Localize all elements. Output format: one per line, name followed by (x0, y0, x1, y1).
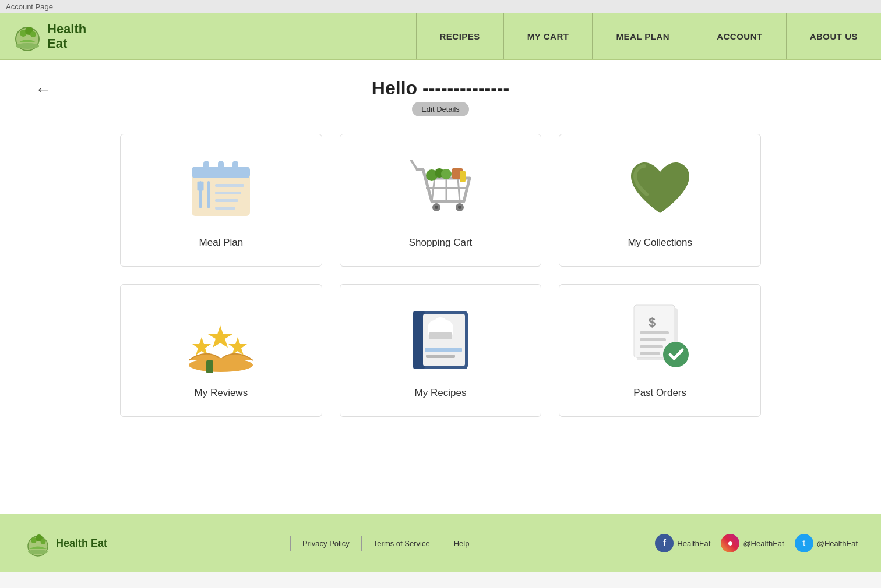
main-nav: RECIPES MY CART MEAL PLAN ACCOUNT ABOUT … (117, 13, 881, 59)
footer-twitter[interactable]: t @HealthEat (795, 534, 858, 552)
title-bar-text: Account Page (6, 2, 53, 11)
my-reviews-icon (183, 302, 259, 378)
card-past-orders-label: Past Orders (633, 387, 686, 399)
title-bar: Account Page (0, 0, 881, 13)
logo-icon (12, 20, 44, 52)
svg-rect-51 (640, 338, 666, 341)
svg-rect-9 (192, 167, 250, 178)
card-my-reviews[interactable]: My Reviews (120, 284, 322, 417)
shopping-cart-icon (403, 152, 478, 228)
card-shopping-cart-label: Shopping Cart (409, 237, 473, 249)
back-button[interactable]: ← (35, 80, 51, 99)
svg-rect-11 (215, 192, 241, 194)
main-content: ← Hello -------------- Edit Details (0, 60, 881, 514)
card-past-orders[interactable]: $ Past Orders (559, 284, 761, 417)
greeting-section: Hello -------------- Edit Details (35, 77, 846, 116)
twitter-icon: t (795, 534, 813, 552)
svg-marker-32 (192, 337, 211, 355)
footer-terms-link[interactable]: Terms of Service (362, 536, 442, 551)
card-meal-plan[interactable]: Meal Plan (120, 134, 322, 267)
nav-meal-plan[interactable]: MEAL PLAN (592, 13, 693, 59)
logo-area: Health Eat (0, 20, 117, 52)
edit-details-button[interactable]: Edit Details (412, 102, 469, 116)
nav-my-cart[interactable]: MY CART (503, 13, 593, 59)
svg-rect-10 (215, 184, 244, 187)
svg-marker-33 (228, 337, 247, 355)
svg-rect-13 (215, 207, 235, 210)
nav-recipes[interactable]: RECIPES (416, 13, 503, 59)
card-meal-plan-label: Meal Plan (199, 237, 244, 249)
svg-line-21 (458, 178, 460, 201)
card-my-collections-label: My Collections (628, 237, 692, 249)
svg-point-29 (435, 206, 438, 209)
card-shopping-cart[interactable]: Shopping Cart (340, 134, 542, 267)
svg-point-31 (458, 206, 461, 209)
svg-point-35 (189, 358, 253, 372)
footer-instagram[interactable]: ● @HealthEat (721, 534, 784, 552)
my-collections-icon (622, 152, 698, 228)
svg-line-18 (411, 161, 417, 169)
svg-point-4 (30, 31, 36, 37)
footer: Health Eat Privacy Policy Terms of Servi… (0, 514, 881, 572)
card-my-reviews-label: My Reviews (195, 387, 248, 399)
svg-point-25 (441, 169, 452, 179)
my-recipes-icon (403, 302, 478, 378)
cards-grid: Meal Plan (120, 134, 761, 417)
footer-links: Privacy Policy Terms of Service Help (128, 536, 643, 551)
svg-point-1 (16, 43, 39, 49)
header: Health Eat RECIPES MY CART MEAL PLAN ACC… (0, 13, 881, 60)
footer-facebook[interactable]: f HealthEat (655, 534, 710, 552)
svg-rect-46 (426, 355, 455, 358)
footer-logo-text: Health Eat (56, 537, 107, 550)
footer-help-link[interactable]: Help (442, 536, 482, 551)
card-my-recipes[interactable]: My Recipes (340, 284, 542, 417)
svg-rect-50 (640, 331, 669, 334)
footer-logo-icon (23, 529, 52, 558)
svg-point-54 (663, 342, 689, 367)
svg-rect-44 (429, 332, 452, 339)
meal-plan-icon (183, 152, 259, 228)
nav-about-us[interactable]: ABOUT US (786, 13, 881, 59)
logo-text: Health Eat (47, 22, 86, 50)
footer-socials: f HealthEat ● @HealthEat t @HealthEat (655, 534, 858, 552)
svg-rect-27 (460, 171, 466, 182)
svg-text:$: $ (649, 315, 656, 330)
svg-point-59 (41, 539, 46, 544)
svg-rect-53 (640, 352, 660, 355)
card-my-recipes-label: My Recipes (415, 387, 467, 399)
twitter-handle: @HealthEat (817, 539, 858, 548)
svg-rect-45 (425, 348, 462, 352)
svg-rect-52 (640, 345, 663, 348)
nav-account[interactable]: ACCOUNT (693, 13, 786, 59)
facebook-icon: f (655, 534, 674, 552)
facebook-handle: HealthEat (677, 539, 710, 548)
instagram-icon: ● (721, 534, 739, 552)
svg-point-56 (28, 550, 48, 554)
card-my-collections[interactable]: My Collections (559, 134, 761, 267)
past-orders-icon: $ (622, 302, 698, 378)
svg-rect-36 (206, 360, 213, 373)
svg-line-19 (432, 178, 435, 201)
footer-privacy-link[interactable]: Privacy Policy (290, 536, 362, 551)
instagram-handle: @HealthEat (743, 539, 784, 548)
svg-rect-12 (215, 199, 238, 202)
footer-logo: Health Eat (23, 529, 117, 558)
greeting-text: Hello -------------- (35, 77, 846, 99)
